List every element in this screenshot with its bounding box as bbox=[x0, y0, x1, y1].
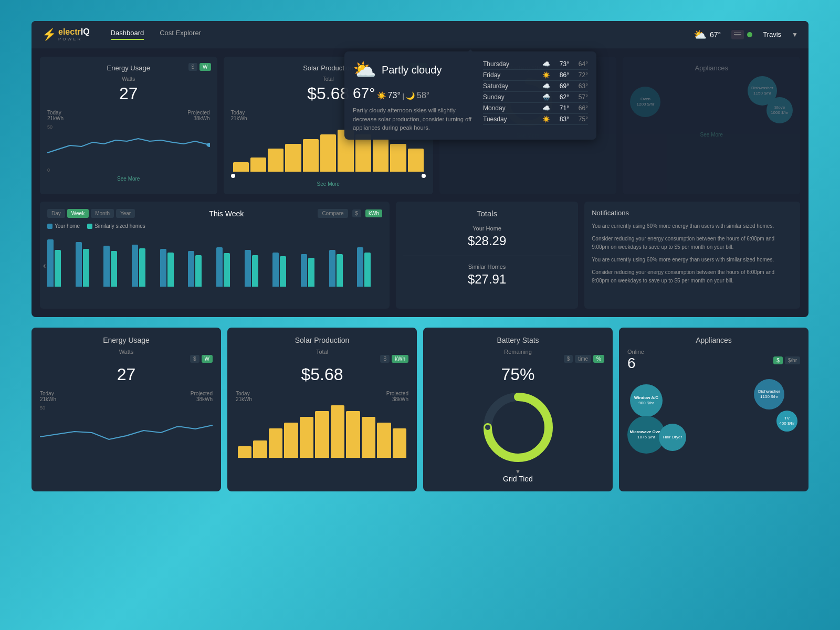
energy-sub-stats: Today 21kWh Projected 38kWh bbox=[47, 110, 210, 121]
energy-toggle: $ W bbox=[188, 63, 211, 71]
energy-toggle-dollar[interactable]: $ bbox=[188, 63, 198, 71]
lower-energy-title: Energy Usage bbox=[40, 336, 213, 344]
notifications-text: You are currently using 60% more energy … bbox=[592, 222, 793, 285]
week-bar-group bbox=[216, 247, 242, 287]
week-chart-card: Day Week Month Year This Week Compare $ … bbox=[40, 202, 390, 309]
week-bar-your bbox=[76, 242, 82, 287]
lower-energy-toggle: $ W bbox=[40, 355, 213, 363]
forecast-row: Sunday 🌧️ 62° 57° bbox=[483, 92, 588, 103]
window-ac-bubble: Window A/C 900 $/hr bbox=[630, 384, 663, 417]
forecast-day: Tuesday bbox=[483, 116, 542, 123]
lower-energy-sub: Today 21kWh Projected 38kWh bbox=[40, 391, 213, 402]
weather-sub-temp: 67° ☀️ 73° | 🌙 58° bbox=[353, 85, 475, 102]
forecast-row: Tuesday ☀️ 83° 75° bbox=[483, 114, 588, 125]
lower-solar-total-label: Total bbox=[236, 349, 408, 355]
oven-bubble: Oven1200 $/hr bbox=[630, 87, 660, 117]
logo-area: ⚡ electrIQ POWER bbox=[42, 27, 90, 41]
week-bar-similar bbox=[308, 258, 314, 287]
energy-see-more[interactable]: See More bbox=[47, 176, 210, 182]
main-dashboard: ⚡ electrIQ POWER Dashboard Cost Explorer… bbox=[32, 21, 808, 317]
lower-energy-today-val: 21kWh bbox=[40, 396, 56, 402]
week-bar-similar bbox=[337, 254, 343, 287]
week-bar-similar bbox=[55, 250, 61, 287]
week-bar-similar bbox=[280, 256, 286, 287]
appliances-card-top: Appliances Oven1200 $/hr Dishwasher1150 … bbox=[623, 57, 800, 194]
week-bar-similar bbox=[364, 253, 371, 287]
energy-projected-label: Projected bbox=[187, 110, 209, 116]
week-bar-group bbox=[245, 250, 270, 287]
lower-solar-toggle-s[interactable]: $ bbox=[380, 355, 390, 363]
weather-badge: ⛅ 67° bbox=[694, 28, 721, 41]
your-home-total: Your Home $28.29 bbox=[403, 225, 571, 256]
lower-energy-toggle-w[interactable]: W bbox=[202, 355, 213, 363]
forecast-row: Thursday ☁️ 73° 64° bbox=[483, 59, 588, 70]
weather-temp: 67° bbox=[353, 85, 375, 101]
week-bar-your bbox=[245, 250, 251, 287]
nav-link-dashboard[interactable]: Dashboard bbox=[111, 29, 144, 40]
lower-energy-proj-label: Projected bbox=[191, 391, 213, 396]
lower-app-toggle-s[interactable]: $ bbox=[773, 356, 783, 364]
lower-app-toggle-unit[interactable]: $/hr bbox=[785, 356, 800, 364]
lower-energy-unit: Watts bbox=[40, 349, 213, 355]
tab-week[interactable]: Week bbox=[67, 209, 89, 218]
week-bar-group bbox=[132, 245, 157, 287]
lower-energy-chart bbox=[40, 411, 213, 453]
forecast-lo: 64° bbox=[569, 60, 588, 68]
lower-solar-card: Solar Production Total $ kWh $5.68 Today… bbox=[227, 328, 417, 491]
lower-battery-toggle-time[interactable]: time bbox=[575, 355, 591, 363]
lower-solar-proj-label: Projected bbox=[386, 391, 408, 396]
forecast-hi: 86° bbox=[550, 71, 569, 79]
tv-bubble: TV 400 $/hr bbox=[776, 411, 797, 432]
week-toggle-kwh[interactable]: kWh bbox=[365, 209, 382, 217]
nav-right: ⛅ 67° Travis ▼ bbox=[694, 28, 798, 41]
forecast-icon: ☀️ bbox=[542, 71, 550, 79]
weather-high: 73° bbox=[388, 91, 401, 100]
solar-today-val: 21kWh bbox=[231, 116, 247, 121]
lower-solar-toggle-kwh[interactable]: kWh bbox=[392, 355, 408, 363]
appliances-see-more-top[interactable]: See More bbox=[630, 132, 793, 138]
week-bar-similar bbox=[195, 255, 202, 287]
energy-card-title: Energy Usage bbox=[47, 64, 210, 72]
solar-today-label: Today bbox=[231, 110, 247, 116]
weather-icon: ⛅ bbox=[694, 28, 707, 41]
forecast-day: Saturday bbox=[483, 82, 542, 90]
notification-message: Consider reducing your energy consumptio… bbox=[592, 235, 793, 251]
solar-see-more[interactable]: See More bbox=[231, 181, 426, 187]
legend-label-similar: Similarly sized homes bbox=[94, 223, 145, 229]
lower-energy-toggle-s[interactable]: $ bbox=[190, 355, 200, 363]
chart-nav-prev[interactable]: ‹ bbox=[43, 261, 46, 270]
forecast-lo: 57° bbox=[569, 93, 588, 101]
forecast-day: Thursday bbox=[483, 60, 542, 68]
week-chart-header: Day Week Month Year This Week Compare $ … bbox=[47, 209, 382, 218]
user-menu[interactable]: Travis bbox=[763, 30, 781, 38]
nav-link-cost[interactable]: Cost Explorer bbox=[160, 29, 201, 40]
legend-similar: Similarly sized homes bbox=[87, 223, 145, 229]
forecast-hi: 62° bbox=[550, 93, 569, 101]
energy-toggle-w[interactable]: W bbox=[200, 63, 211, 71]
forecast-row: Monday ☁️ 71° 66° bbox=[483, 103, 588, 114]
forecast-lo: 75° bbox=[569, 116, 588, 123]
tab-month[interactable]: Month bbox=[91, 209, 114, 218]
status-indicator bbox=[747, 32, 752, 37]
appliances-title-top: Appliances bbox=[630, 64, 793, 72]
lower-battery-card: Battery Stats Remaining $ time % 75% ▼ G… bbox=[423, 328, 613, 491]
lower-solar-toggle: $ kWh bbox=[236, 355, 408, 363]
lower-appliances-card: Appliances Online 6 $ $/hr Window A/C 90… bbox=[619, 328, 808, 491]
lower-battery-toggle-s[interactable]: $ bbox=[564, 355, 573, 363]
week-bar-similar bbox=[252, 255, 258, 287]
compare-btn[interactable]: Compare bbox=[318, 209, 348, 218]
similar-homes-label: Similar Homes bbox=[403, 264, 571, 270]
energy-projected-val: 38kWh bbox=[187, 116, 209, 121]
forecast-day: Friday bbox=[483, 71, 542, 79]
week-bar-group bbox=[329, 250, 354, 287]
lower-battery-title: Battery Stats bbox=[432, 336, 604, 344]
week-toggle-dollar[interactable]: $ bbox=[352, 209, 362, 217]
logo-text: electrIQ bbox=[58, 27, 90, 36]
tab-year[interactable]: Year bbox=[116, 209, 135, 218]
hair-dryer-bubble: Hair Dryer bbox=[659, 424, 686, 451]
week-bar-your bbox=[132, 245, 138, 287]
stove-bubble: Stove1000 $/hr bbox=[766, 97, 793, 123]
tab-day[interactable]: Day bbox=[47, 209, 65, 218]
lower-battery-toggle-pct[interactable]: % bbox=[593, 355, 604, 363]
week-bar-your bbox=[216, 247, 223, 287]
